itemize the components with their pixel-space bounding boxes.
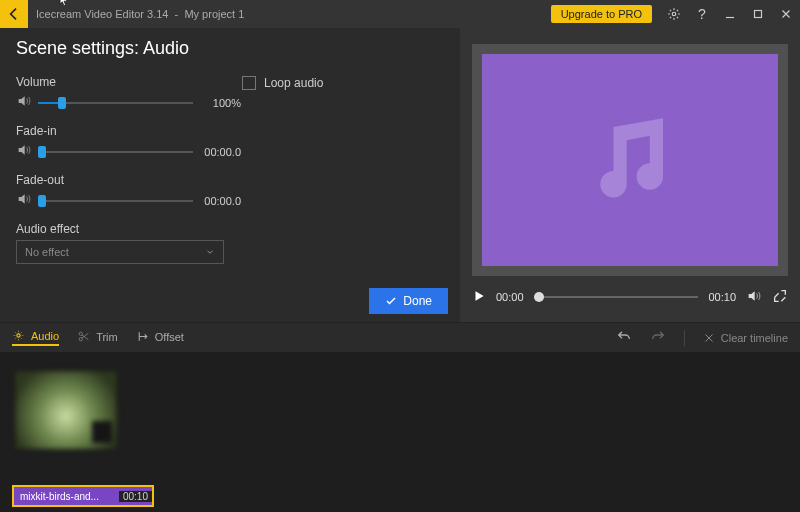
play-button[interactable] (472, 289, 486, 306)
close-icon (703, 332, 715, 344)
tab-trim[interactable]: Trim (77, 330, 118, 345)
speaker-icon (746, 288, 762, 304)
seek-bar[interactable] (534, 296, 699, 298)
back-button[interactable] (0, 0, 28, 28)
maximize-button[interactable] (744, 0, 772, 28)
volume-slider[interactable] (38, 96, 193, 110)
cursor-icon (58, 0, 71, 6)
loop-checkbox[interactable] (242, 76, 256, 90)
play-icon (472, 289, 486, 303)
fullscreen-button[interactable] (772, 288, 788, 307)
close-icon (779, 7, 793, 21)
minimize-icon (723, 7, 737, 21)
speaker-icon (16, 93, 32, 112)
music-note-icon (575, 105, 685, 215)
maximize-icon (751, 7, 765, 21)
duration-time: 00:10 (708, 291, 736, 303)
speaker-icon (16, 191, 32, 210)
redo-icon (650, 329, 666, 345)
titlebar: Icecream Video Editor 3.14 - My project … (0, 0, 800, 28)
gear-icon (667, 7, 681, 21)
redo-button[interactable] (650, 329, 666, 347)
fadeout-label: Fade-out (16, 173, 444, 187)
video-clip-thumbnail[interactable] (14, 370, 118, 450)
effect-selected: No effect (25, 246, 69, 258)
fadeout-slider[interactable] (38, 194, 193, 208)
close-button[interactable] (772, 0, 800, 28)
volume-label: Volume (16, 75, 444, 89)
gear-icon (12, 329, 25, 342)
settings-button[interactable] (660, 0, 688, 28)
clear-timeline-button[interactable]: Clear timeline (703, 332, 788, 344)
volume-value: 100% (199, 97, 241, 109)
tab-offset[interactable]: Offset (136, 330, 184, 345)
minimize-button[interactable] (716, 0, 744, 28)
offset-icon (136, 330, 149, 343)
speaker-icon (16, 142, 32, 161)
preview-panel: 00:00 00:10 (460, 28, 800, 322)
check-icon (385, 295, 397, 307)
undo-button[interactable] (616, 329, 632, 347)
arrow-left-icon (6, 6, 22, 22)
tab-audio[interactable]: Audio (12, 329, 59, 346)
done-button[interactable]: Done (369, 288, 448, 314)
expand-icon (772, 288, 788, 304)
svg-point-2 (17, 334, 20, 337)
effect-label: Audio effect (16, 222, 444, 236)
mute-button[interactable] (746, 288, 762, 307)
scissors-icon (77, 330, 90, 343)
fadein-value: 00:00.0 (199, 146, 241, 158)
audio-clip-duration: 00:10 (119, 491, 152, 502)
app-title: Icecream Video Editor 3.14 - My project … (36, 8, 244, 20)
svg-point-0 (672, 12, 676, 16)
fadein-slider[interactable] (38, 145, 193, 159)
timeline[interactable]: mixkit-birds-and... 00:10 (0, 352, 800, 512)
upgrade-button[interactable]: Upgrade to PRO (551, 5, 652, 23)
preview-area (472, 44, 788, 276)
svg-rect-1 (755, 11, 762, 18)
fadeout-value: 00:00.0 (199, 195, 241, 207)
settings-panel: Scene settings: Audio Volume 100% Fade-i… (0, 28, 460, 322)
help-button[interactable]: ? (688, 0, 716, 28)
fadein-label: Fade-in (16, 124, 444, 138)
page-title: Scene settings: Audio (16, 38, 444, 59)
current-time: 00:00 (496, 291, 524, 303)
undo-icon (616, 329, 632, 345)
effect-select[interactable]: No effect (16, 240, 224, 264)
audio-clip-name: mixkit-birds-and... (14, 491, 119, 502)
chevron-down-icon (205, 247, 215, 257)
tool-tabs: Audio Trim Offset Clear timeline (0, 322, 800, 352)
loop-label: Loop audio (264, 76, 323, 90)
player-controls: 00:00 00:10 (472, 282, 788, 312)
audio-clip[interactable]: mixkit-birds-and... 00:10 (12, 485, 154, 507)
